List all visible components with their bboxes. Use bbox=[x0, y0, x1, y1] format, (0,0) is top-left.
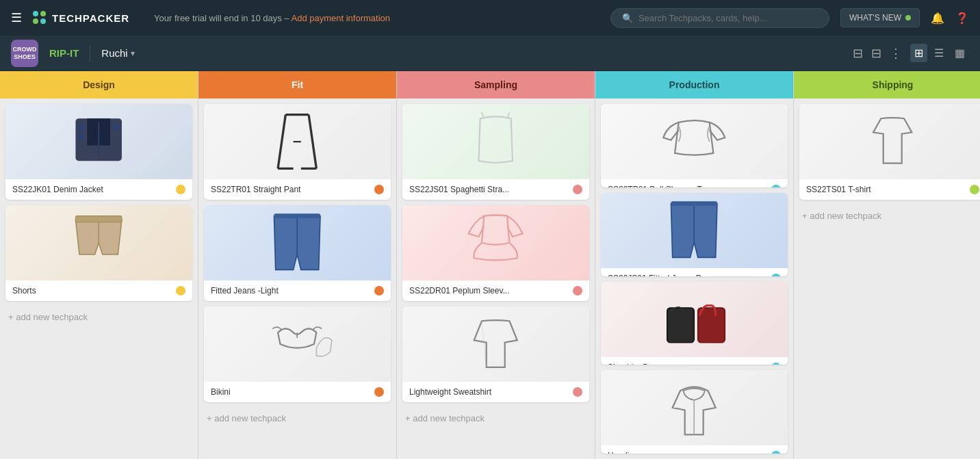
sub-nav-right: ⊟ ⊟ ⋮ ⊞ ☰ ▦ bbox=[853, 44, 969, 62]
card-image-ss22ts01 bbox=[799, 104, 980, 179]
card-image-ss22tr01 bbox=[204, 104, 391, 179]
help-icon[interactable]: ❓ bbox=[955, 12, 969, 25]
logo-dot-3 bbox=[33, 18, 38, 24]
svg-rect-22 bbox=[667, 308, 694, 343]
card-label-ss22tr01: SS22TR01 Straight Pant bbox=[211, 185, 300, 194]
techpack-card-ss22tp01[interactable]: SS22TP01 Bell Sleeves Top bbox=[601, 104, 788, 187]
svg-rect-4 bbox=[78, 134, 84, 140]
add-techpack-design[interactable]: + add new techpack bbox=[5, 306, 192, 328]
logo-dot-2 bbox=[40, 11, 46, 16]
card-label-hoodie: Hoodie bbox=[608, 451, 634, 454]
add-techpack-sampling[interactable]: + add new techpack bbox=[402, 408, 589, 429]
card-image-bikini bbox=[204, 306, 391, 382]
svg-line-8 bbox=[278, 115, 285, 169]
trial-notice: Your free trial will end in 10 days – Ad… bbox=[154, 13, 390, 23]
add-techpack-fit[interactable]: + add new techpack bbox=[204, 408, 391, 429]
col-header-fit: Fit bbox=[198, 71, 396, 99]
svg-line-9 bbox=[309, 115, 316, 169]
logo-area: TECHPACKER bbox=[33, 11, 129, 25]
techpack-card-bikini[interactable]: Bikini bbox=[204, 306, 391, 402]
techpack-card-shorts[interactable]: Shorts bbox=[5, 205, 192, 301]
card-footer-lightweight: Lightweight Sweatshirt bbox=[402, 382, 589, 402]
card-image-ss22dr01peplum bbox=[402, 205, 589, 280]
logo-text: TECHPACKER bbox=[52, 12, 129, 24]
card-footer-shoulderbag: Shoulder Bag bbox=[601, 357, 788, 365]
card-image-lightweight bbox=[402, 306, 589, 382]
status-dot-ss22jk01 bbox=[176, 185, 185, 194]
status-dot-fittedjeans bbox=[374, 286, 384, 296]
card-label-fittedjeans: Fitted Jeans -Light bbox=[211, 286, 279, 296]
whats-new-dot bbox=[905, 15, 911, 21]
chart-view-button[interactable]: ▦ bbox=[951, 44, 969, 62]
nav-divider bbox=[90, 45, 90, 62]
kanban-col-fit: Fit SS22TR01 Straight Pant Fitted Jeans … bbox=[198, 71, 397, 459]
filter-icon[interactable]: ⊟ bbox=[853, 46, 863, 61]
card-image-shoulderbag bbox=[601, 282, 788, 357]
kanban-col-design: Design SS22JK01 Denim Jacket Shorts+ add… bbox=[0, 71, 198, 459]
svg-rect-21 bbox=[671, 201, 718, 206]
whats-new-button[interactable]: WHAT'S NEW bbox=[840, 8, 920, 27]
add-payment-link[interactable]: Add payment information bbox=[292, 13, 391, 23]
project-name[interactable]: RIP-IT bbox=[49, 47, 79, 59]
top-nav: ☰ TECHPACKER Your free trial will end in… bbox=[0, 0, 980, 36]
status-dot-ss22js01fitted bbox=[771, 274, 781, 276]
card-label-ss22js01fitted: SS22JS01 Fitted Jeans D... bbox=[608, 274, 708, 276]
techpack-card-fittedjeans[interactable]: Fitted Jeans -Light bbox=[204, 205, 391, 301]
add-techpack-shipping[interactable]: + add new techpack bbox=[799, 205, 980, 226]
card-footer-shorts: Shorts bbox=[5, 280, 192, 301]
kanban-col-shipping: Shipping SS22TS01 T-shirt+ add new techp… bbox=[794, 71, 980, 459]
card-footer-ss22ts01: SS22TS01 T-shirt bbox=[799, 179, 980, 200]
list-view-button[interactable]: ☰ bbox=[930, 44, 948, 62]
techpack-card-lightweight[interactable]: Lightweight Sweatshirt bbox=[402, 306, 589, 402]
col-body-shipping: SS22TS01 T-shirt+ add new techpack bbox=[794, 99, 980, 459]
card-label-lightweight: Lightweight Sweatshirt bbox=[409, 387, 491, 397]
more-options-icon[interactable]: ⋮ bbox=[890, 46, 902, 61]
status-dot-shorts bbox=[176, 286, 185, 296]
card-footer-hoodie: Hoodie bbox=[601, 445, 788, 454]
svg-rect-3 bbox=[78, 124, 84, 131]
card-label-ss22dr01peplum: SS22DR01 Peplum Sleev... bbox=[409, 286, 510, 296]
card-image-ss22tp01 bbox=[601, 104, 788, 179]
techpack-card-ss22js01fitted[interactable]: SS22JS01 Fitted Jeans D... bbox=[601, 193, 788, 276]
user-name[interactable]: Ruchi bbox=[101, 47, 127, 59]
col-header-design: Design bbox=[0, 71, 198, 99]
chevron-down-icon[interactable]: ▾ bbox=[131, 49, 135, 58]
col-body-production: SS22TP01 Bell Sleeves Top SS22JS01 Fitte… bbox=[595, 99, 793, 459]
techpack-card-ss22js01spaghetti[interactable]: SS22JS01 Spaghetti Stra... bbox=[402, 104, 589, 200]
sub-nav: CROWDSHOES RIP-IT Ruchi ▾ ⊟ ⊟ ⋮ ⊞ ☰ ▦ bbox=[0, 36, 980, 71]
techpack-card-shoulderbag[interactable]: Shoulder Bag bbox=[601, 282, 788, 365]
svg-rect-7 bbox=[76, 216, 122, 222]
card-label-ss22js01spaghetti: SS22JS01 Spaghetti Stra... bbox=[409, 185, 509, 194]
card-footer-ss22dr01peplum: SS22DR01 Peplum Sleev... bbox=[402, 280, 589, 301]
sort-icon[interactable]: ⊟ bbox=[871, 46, 881, 61]
col-header-shipping: Shipping bbox=[794, 71, 980, 99]
svg-rect-15 bbox=[274, 213, 321, 218]
grid-view-button[interactable]: ⊞ bbox=[910, 44, 927, 62]
card-footer-ss22jk01: SS22JK01 Denim Jacket bbox=[5, 179, 192, 200]
status-dot-bikini bbox=[374, 387, 384, 397]
status-dot-lightweight bbox=[573, 387, 582, 397]
hamburger-menu[interactable]: ☰ bbox=[11, 10, 22, 25]
search-input[interactable] bbox=[639, 13, 818, 23]
logo-dot-1 bbox=[33, 11, 38, 16]
status-dot-ss22js01spaghetti bbox=[573, 185, 582, 194]
status-dot-ss22tr01 bbox=[374, 185, 384, 194]
techpack-card-ss22tr01[interactable]: SS22TR01 Straight Pant bbox=[204, 104, 391, 200]
card-image-shorts bbox=[5, 205, 192, 280]
card-label-ss22ts01: SS22TS01 T-shirt bbox=[806, 185, 871, 194]
status-dot-ss22dr01peplum bbox=[573, 286, 582, 296]
card-footer-ss22js01spaghetti: SS22JS01 Spaghetti Stra... bbox=[402, 179, 589, 200]
col-body-design: SS22JK01 Denim Jacket Shorts+ add new te… bbox=[0, 99, 198, 459]
card-label-bikini: Bikini bbox=[211, 387, 231, 397]
card-label-shoulderbag: Shoulder Bag bbox=[608, 363, 658, 365]
techpack-card-hoodie[interactable]: Hoodie bbox=[601, 370, 788, 454]
search-bar: 🔍 bbox=[610, 8, 829, 28]
notification-bell[interactable]: 🔔 bbox=[931, 12, 944, 25]
card-image-fittedjeans bbox=[204, 205, 391, 280]
card-image-ss22jk01 bbox=[5, 104, 192, 179]
col-header-production: Production bbox=[595, 71, 793, 99]
status-dot-ss22tp01 bbox=[771, 185, 781, 187]
techpack-card-ss22ts01[interactable]: SS22TS01 T-shirt bbox=[799, 104, 980, 200]
techpack-card-ss22jk01[interactable]: SS22JK01 Denim Jacket bbox=[5, 104, 192, 200]
techpack-card-ss22dr01peplum[interactable]: SS22DR01 Peplum Sleev... bbox=[402, 205, 589, 301]
